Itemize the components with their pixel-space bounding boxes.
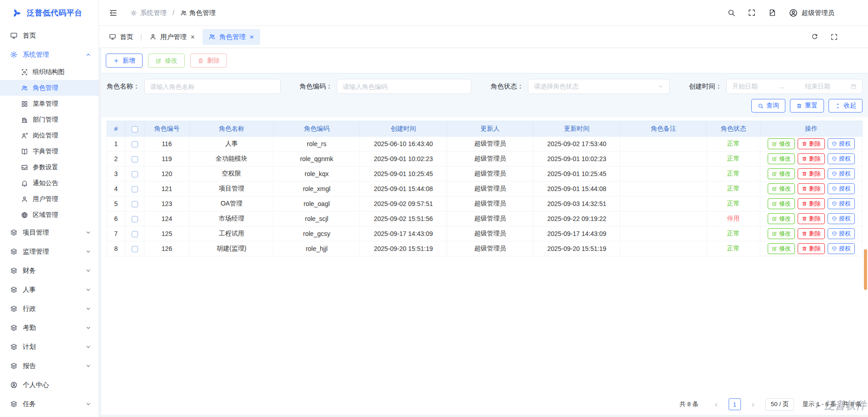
row-delete-button[interactable]: 删除 (798, 153, 825, 164)
row-grant-button[interactable]: 授权 (828, 138, 855, 149)
row-grant-button[interactable]: 授权 (828, 153, 855, 164)
app-title: 泛普低代码平台 (27, 8, 83, 18)
fullscreen-icon[interactable] (748, 9, 756, 17)
sidebar-item-user-mgmt[interactable]: 用户管理 (0, 191, 99, 207)
row-grant-button[interactable]: 授权 (828, 198, 855, 209)
row-grant-button[interactable]: 授权 (828, 183, 855, 194)
row-checkbox[interactable] (132, 171, 138, 177)
tab-home[interactable]: 首页 (109, 33, 133, 41)
sidebar-group-item[interactable]: 财务 (0, 261, 99, 280)
refresh-icon[interactable] (811, 33, 819, 41)
role-name-input[interactable] (144, 79, 281, 94)
row-edit-button[interactable]: 修改 (768, 198, 795, 209)
chevron-down-icon (85, 268, 91, 274)
sidebar-collapse-icon[interactable] (109, 9, 118, 17)
row-checkbox[interactable] (132, 231, 138, 237)
row-delete-button[interactable]: 删除 (798, 243, 825, 254)
role-code-input[interactable] (337, 79, 471, 94)
fullscreen-icon[interactable] (830, 33, 838, 41)
role-status-select[interactable]: 请选择角色状态 (528, 79, 670, 94)
page-size-select[interactable]: 50 / 页 (765, 398, 794, 411)
sidebar-item-param-settings[interactable]: 参数设置 (0, 159, 99, 175)
close-icon[interactable] (249, 34, 254, 39)
cell-remark (621, 182, 707, 196)
select-all-checkbox[interactable] (132, 126, 138, 132)
grid-icon (21, 100, 28, 108)
sidebar-item-post-mgmt[interactable]: 岗位管理 (0, 128, 99, 143)
row-edit-button[interactable]: 修改 (768, 183, 795, 194)
scrollbar-thumb[interactable] (864, 249, 867, 290)
sidebar-item-system[interactable]: 系统管理 (0, 45, 99, 64)
sidebar-item-personal-center[interactable]: 个人中心 (0, 375, 99, 394)
row-grant-button[interactable]: 授权 (828, 168, 855, 179)
cell-select (125, 226, 144, 241)
search-button[interactable]: 查询 (751, 99, 785, 113)
row-edit-button[interactable]: 修改 (768, 138, 795, 149)
sidebar-group-item[interactable]: 报告 (0, 356, 99, 375)
edit-icon (772, 216, 777, 221)
sidebar-item-tasks[interactable]: 任务 (0, 394, 99, 413)
sidebar-item-role-mgmt[interactable]: 角色管理 (0, 80, 99, 96)
sidebar-group-item[interactable]: 行政 (0, 299, 99, 318)
row-delete-button[interactable]: 删除 (798, 168, 825, 179)
row-edit-button[interactable]: 修改 (768, 168, 795, 179)
row-grant-button[interactable]: 授权 (828, 243, 855, 254)
current-page-button[interactable]: 1 (729, 398, 741, 410)
sidebar-group-item[interactable]: 人事 (0, 280, 99, 299)
sidebar-item-org-structure[interactable]: 组织结构图 (0, 64, 99, 80)
edit-button-label: 修改 (165, 57, 178, 65)
user-menu[interactable]: 超级管理员 (789, 8, 835, 18)
prev-page-button[interactable]: ‹ (710, 398, 722, 410)
row-delete-button[interactable]: 删除 (798, 183, 825, 194)
cell-index: 3 (107, 167, 125, 182)
sidebar-group-item[interactable]: 考勤 (0, 318, 99, 337)
row-edit-button[interactable]: 修改 (768, 213, 795, 224)
sidebar-item-label: 区域管理 (33, 211, 58, 219)
date-range-picker[interactable]: 开始日期 → 结束日期 (726, 79, 863, 94)
row-grant-button[interactable]: 授权 (828, 228, 855, 239)
row-checkbox[interactable] (132, 141, 138, 147)
row-grant-button[interactable]: 授权 (828, 213, 855, 224)
tab-role-mgmt[interactable]: 角色管理 (202, 29, 260, 45)
close-icon[interactable] (190, 34, 195, 39)
row-delete-button[interactable]: 删除 (798, 138, 825, 149)
table-row: 3 120 空权限 role_kqx 2025-09-01 10:25:45 超… (107, 167, 863, 182)
sidebar-group-item[interactable]: 计划 (0, 337, 99, 356)
top-bar: 系统管理 / 角色管理 超级管理员 (99, 0, 868, 26)
sidebar-item-region-mgmt[interactable]: 区域管理 (0, 207, 99, 223)
row-checkbox[interactable] (132, 216, 138, 222)
delete-button[interactable]: 删除 (190, 54, 227, 68)
cell-remark (621, 241, 707, 256)
row-checkbox[interactable] (132, 186, 138, 192)
edit-button[interactable]: 修改 (148, 54, 185, 68)
row-checkbox[interactable] (132, 201, 138, 207)
row-delete-button[interactable]: 删除 (798, 198, 825, 209)
row-checkbox[interactable] (132, 156, 138, 162)
sidebar-item-dept-mgmt[interactable]: 部门管理 (0, 112, 99, 128)
row-edit-button[interactable]: 修改 (768, 153, 795, 164)
row-delete-button[interactable]: 删除 (798, 213, 825, 224)
reset-button[interactable]: 重置 (790, 99, 824, 113)
sidebar-item-notice[interactable]: 通知公告 (0, 175, 99, 191)
breadcrumb-section[interactable]: 系统管理 (140, 9, 167, 17)
sidebar-item-menu-mgmt[interactable]: 菜单管理 (0, 96, 99, 112)
sidebar-item-home[interactable]: 首页 (0, 26, 99, 45)
collapse-filters-button[interactable]: 收起 (829, 99, 863, 113)
theme-icon[interactable] (768, 9, 776, 17)
cell-role-no: 120 (144, 167, 190, 182)
row-edit-button[interactable]: 修改 (768, 228, 795, 239)
add-button[interactable]: 新增 (106, 54, 143, 68)
brand: 泛普低代码平台 (0, 0, 99, 26)
sidebar-group-item[interactable]: 项目管理 (0, 223, 99, 242)
search-icon[interactable] (727, 9, 735, 17)
row-edit-button[interactable]: 修改 (768, 243, 795, 254)
row-checkbox[interactable] (132, 246, 138, 252)
tab-bar: 首页 | 用户管理 角色管理 (99, 26, 868, 48)
row-delete-button[interactable]: 删除 (798, 228, 825, 239)
sidebar-group-item[interactable]: 监理管理 (0, 242, 99, 261)
cell-select (125, 241, 144, 256)
layers-icon (10, 248, 18, 255)
next-page-button[interactable]: › (747, 398, 759, 410)
tab-user-mgmt[interactable]: 用户管理 (149, 33, 195, 41)
sidebar-item-dict-mgmt[interactable]: 字典管理 (0, 143, 99, 159)
